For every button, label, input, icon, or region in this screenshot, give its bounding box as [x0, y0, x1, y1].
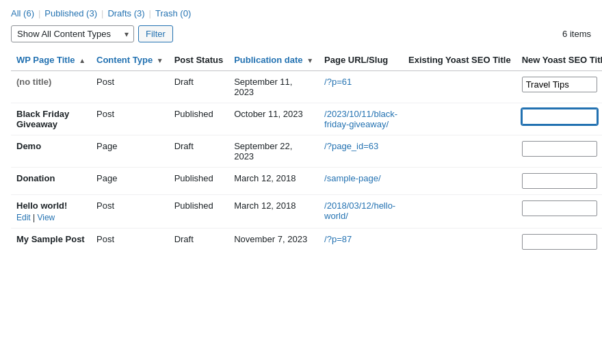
cell-new-yoast: [516, 168, 602, 195]
table-row: My Sample PostPostDraftNovember 7, 2023/…: [11, 229, 602, 256]
cell-publication-date: March 12, 2018: [228, 168, 319, 195]
items-count: 6 items: [562, 29, 591, 39]
col-header-url: Page URL/Slug: [319, 49, 403, 71]
cell-existing-yoast: [403, 71, 516, 103]
cell-existing-yoast: [403, 168, 516, 195]
col-header-date[interactable]: Publication date ▼: [228, 49, 319, 71]
filter-row: Show All Content Types Filter 6 items: [11, 25, 591, 42]
sep3: |: [149, 8, 151, 18]
row-title-text: Donation: [16, 173, 55, 183]
table-row: (no title)PostDraftSeptember 11, 2023/?p…: [11, 71, 602, 103]
drafts-link[interactable]: Drafts (3): [107, 8, 144, 18]
all-label: All: [11, 8, 21, 18]
status-links: All (6) | Published (3) | Drafts (3) | T…: [11, 8, 591, 18]
cell-new-yoast: [516, 71, 602, 103]
sort-date-link[interactable]: Publication date: [234, 55, 305, 65]
url-link[interactable]: /sample-page/: [324, 173, 380, 183]
cell-url: /2023/10/11/black-friday-giveaway/: [319, 103, 403, 135]
col-date-sort: ▼: [306, 57, 313, 64]
table-row: Hello world!Edit | ViewPostPublishedMarc…: [11, 195, 602, 229]
row-title-text: Demo: [16, 141, 41, 151]
cell-post-status: Draft: [169, 71, 229, 103]
col-title-label: WP Page Title: [16, 55, 75, 65]
cell-new-yoast: [516, 135, 602, 168]
url-link[interactable]: /2023/10/11/black-friday-giveaway/: [324, 109, 397, 129]
cell-publication-date: March 12, 2018: [228, 195, 319, 229]
row-title-text: (no title): [16, 77, 51, 87]
row-title-text: Hello world!: [16, 200, 67, 211]
cell-content-type: Post: [91, 229, 169, 256]
cell-title: (no title): [11, 71, 91, 103]
sort-asc-icon: ▲: [79, 57, 86, 64]
cell-publication-date: November 7, 2023: [228, 229, 319, 256]
cell-title: Donation: [11, 168, 91, 195]
cell-existing-yoast: [403, 229, 516, 256]
cell-new-yoast: [516, 103, 602, 135]
content-table: WP Page Title ▲ Content Type ▼ Post Stat…: [11, 49, 602, 255]
url-link[interactable]: /2018/03/12/hello-world/: [324, 200, 395, 221]
cell-publication-date: September 11, 2023: [228, 71, 319, 103]
sort-type-link[interactable]: Content Type: [96, 55, 155, 65]
col-type-sort: ▼: [157, 57, 163, 64]
cell-publication-date: October 11, 2023: [228, 103, 319, 135]
new-yoast-input[interactable]: [522, 141, 597, 157]
all-link[interactable]: All (6): [11, 8, 34, 18]
published-count: (3): [86, 8, 97, 18]
table-row: Black Friday GiveawayPostPublishedOctobe…: [11, 103, 602, 135]
content-type-select[interactable]: Show All Content Types: [11, 25, 134, 42]
new-yoast-input[interactable]: [522, 109, 597, 125]
drafts-count: (3): [134, 8, 145, 18]
cell-content-type: Page: [91, 135, 169, 168]
cell-url: /sample-page/: [319, 168, 403, 195]
row-title-text: Black Friday Giveaway: [16, 109, 69, 129]
published-label: Published: [44, 8, 83, 18]
col-existing-label: Existing Yoast SEO Title: [408, 55, 511, 65]
cell-publication-date: September 22, 2023: [228, 135, 319, 168]
filter-button[interactable]: Filter: [138, 25, 173, 42]
col-header-existing: Existing Yoast SEO Title: [403, 49, 516, 71]
published-link[interactable]: Published (3): [44, 8, 97, 18]
col-header-type[interactable]: Content Type ▼: [91, 49, 169, 71]
cell-existing-yoast: [403, 195, 516, 229]
url-link[interactable]: /?p=87: [324, 234, 352, 244]
all-count: (6): [23, 8, 34, 18]
new-yoast-input[interactable]: [522, 173, 597, 189]
cell-title: My Sample Post: [11, 229, 91, 256]
cell-new-yoast: [516, 229, 602, 256]
col-header-status: Post Status: [169, 49, 229, 71]
quick-action-edit[interactable]: Edit: [16, 213, 31, 222]
table-body: (no title)PostDraftSeptember 11, 2023/?p…: [11, 71, 602, 256]
trash-link[interactable]: Trash (0): [155, 8, 191, 18]
sort-title-link[interactable]: WP Page Title: [16, 55, 77, 65]
col-header-new: New Yoast SEO Title: [516, 49, 602, 71]
cell-content-type: Post: [91, 195, 169, 229]
quick-action-view[interactable]: View: [37, 213, 55, 222]
new-yoast-input[interactable]: [522, 200, 597, 216]
sep2: |: [101, 8, 103, 18]
col-url-label: Page URL/Slug: [324, 55, 388, 65]
url-link[interactable]: /?p=61: [324, 77, 352, 87]
table-row: DonationPagePublishedMarch 12, 2018/samp…: [11, 168, 602, 195]
cell-url: /?p=87: [319, 229, 403, 256]
cell-url: /?p=61: [319, 71, 403, 103]
drafts-label: Drafts: [107, 8, 131, 18]
url-link[interactable]: /?page_id=63: [324, 141, 378, 151]
cell-existing-yoast: [403, 135, 516, 168]
row-quick-actions: Edit | View: [16, 213, 86, 222]
col-header-title[interactable]: WP Page Title ▲: [11, 49, 91, 71]
cell-existing-yoast: [403, 103, 516, 135]
cell-post-status: Published: [169, 103, 229, 135]
col-new-label: New Yoast SEO Title: [522, 55, 602, 65]
new-yoast-input[interactable]: [522, 77, 597, 92]
action-sep: |: [31, 213, 38, 222]
cell-content-type: Post: [91, 71, 169, 103]
col-type-label: Content Type: [96, 55, 153, 65]
row-title-text: My Sample Post: [16, 234, 85, 244]
sep1: |: [38, 8, 40, 18]
cell-post-status: Draft: [169, 229, 229, 256]
table-row: DemoPageDraftSeptember 22, 2023/?page_id…: [11, 135, 602, 168]
new-yoast-input[interactable]: [522, 234, 597, 250]
cell-post-status: Draft: [169, 135, 229, 168]
cell-url: /2018/03/12/hello-world/: [319, 195, 403, 229]
cell-title: Demo: [11, 135, 91, 168]
